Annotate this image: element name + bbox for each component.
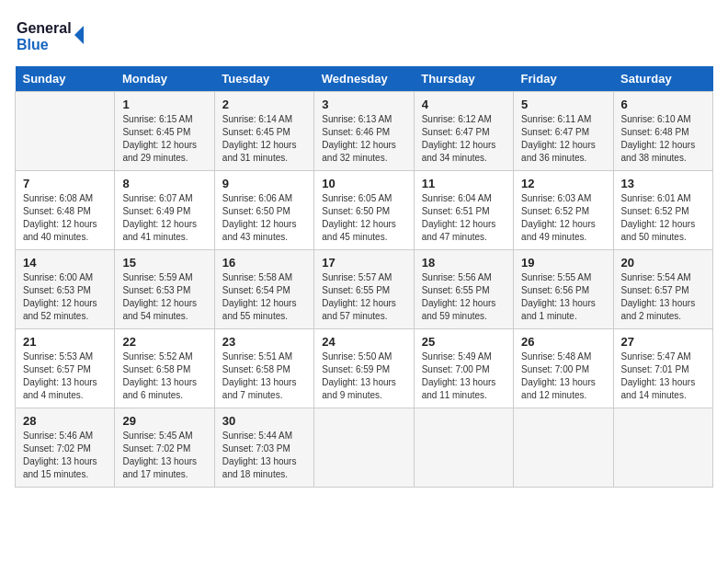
cell-2-7: 13Sunrise: 6:01 AM Sunset: 6:52 PM Dayli… bbox=[613, 171, 712, 250]
day-info: Sunrise: 6:04 AM Sunset: 6:51 PM Dayligh… bbox=[422, 192, 506, 244]
col-header-wednesday: Wednesday bbox=[314, 66, 414, 92]
cell-3-6: 19Sunrise: 5:55 AM Sunset: 6:56 PM Dayli… bbox=[514, 250, 613, 329]
cell-1-1 bbox=[16, 92, 115, 171]
cell-2-6: 12Sunrise: 6:03 AM Sunset: 6:52 PM Dayli… bbox=[514, 171, 613, 250]
day-number: 11 bbox=[422, 177, 506, 190]
cell-5-7 bbox=[613, 408, 712, 488]
svg-marker-2 bbox=[74, 26, 84, 44]
col-header-sunday: Sunday bbox=[16, 66, 115, 92]
day-info: Sunrise: 5:44 AM Sunset: 7:03 PM Dayligh… bbox=[222, 430, 306, 481]
day-number: 12 bbox=[521, 177, 605, 190]
day-info: Sunrise: 5:54 AM Sunset: 6:57 PM Dayligh… bbox=[621, 271, 705, 323]
day-info: Sunrise: 6:00 AM Sunset: 6:53 PM Dayligh… bbox=[23, 271, 107, 323]
day-info: Sunrise: 6:10 AM Sunset: 6:48 PM Dayligh… bbox=[621, 113, 705, 165]
day-number: 19 bbox=[521, 256, 605, 270]
cell-3-5: 18Sunrise: 5:56 AM Sunset: 6:55 PM Dayli… bbox=[414, 250, 513, 329]
week-row-4: 21Sunrise: 5:53 AM Sunset: 6:57 PM Dayli… bbox=[16, 329, 713, 408]
day-number: 26 bbox=[521, 335, 605, 349]
day-number: 2 bbox=[222, 98, 306, 111]
day-number: 20 bbox=[621, 256, 705, 270]
cell-4-5: 25Sunrise: 5:49 AM Sunset: 7:00 PM Dayli… bbox=[414, 329, 513, 408]
day-number: 30 bbox=[222, 414, 306, 428]
day-number: 25 bbox=[422, 335, 506, 349]
logo-svg: GeneralBlue bbox=[15, 15, 97, 55]
day-info: Sunrise: 6:14 AM Sunset: 6:45 PM Dayligh… bbox=[222, 113, 306, 165]
cell-4-3: 23Sunrise: 5:51 AM Sunset: 6:58 PM Dayli… bbox=[214, 329, 313, 408]
svg-text:Blue: Blue bbox=[17, 37, 49, 52]
day-number: 23 bbox=[222, 335, 306, 349]
header: GeneralBlue bbox=[15, 15, 713, 55]
week-row-2: 7Sunrise: 6:08 AM Sunset: 6:48 PM Daylig… bbox=[16, 171, 713, 250]
day-info: Sunrise: 5:50 AM Sunset: 6:59 PM Dayligh… bbox=[322, 350, 405, 402]
cell-3-3: 16Sunrise: 5:58 AM Sunset: 6:54 PM Dayli… bbox=[214, 250, 313, 329]
day-info: Sunrise: 5:52 AM Sunset: 6:58 PM Dayligh… bbox=[122, 350, 206, 402]
cell-4-4: 24Sunrise: 5:50 AM Sunset: 6:59 PM Dayli… bbox=[314, 329, 414, 408]
cell-5-6 bbox=[514, 408, 613, 488]
day-info: Sunrise: 6:11 AM Sunset: 6:47 PM Dayligh… bbox=[521, 113, 605, 165]
day-number: 1 bbox=[122, 98, 206, 111]
day-info: Sunrise: 5:53 AM Sunset: 6:57 PM Dayligh… bbox=[23, 350, 107, 402]
day-number: 4 bbox=[422, 98, 506, 111]
day-number: 21 bbox=[23, 335, 107, 349]
day-number: 13 bbox=[621, 177, 705, 190]
day-number: 28 bbox=[23, 414, 107, 428]
day-info: Sunrise: 6:01 AM Sunset: 6:52 PM Dayligh… bbox=[621, 192, 705, 244]
day-number: 29 bbox=[122, 414, 206, 428]
cell-5-5 bbox=[414, 408, 513, 488]
day-info: Sunrise: 6:06 AM Sunset: 6:50 PM Dayligh… bbox=[222, 192, 306, 244]
day-info: Sunrise: 5:56 AM Sunset: 6:55 PM Dayligh… bbox=[422, 271, 506, 323]
day-info: Sunrise: 5:48 AM Sunset: 7:00 PM Dayligh… bbox=[521, 350, 605, 402]
week-row-1: 1Sunrise: 6:15 AM Sunset: 6:45 PM Daylig… bbox=[16, 92, 713, 171]
day-info: Sunrise: 5:57 AM Sunset: 6:55 PM Dayligh… bbox=[322, 271, 405, 323]
cell-2-2: 8Sunrise: 6:07 AM Sunset: 6:49 PM Daylig… bbox=[115, 171, 214, 250]
col-header-friday: Friday bbox=[514, 66, 613, 92]
cell-4-7: 27Sunrise: 5:47 AM Sunset: 7:01 PM Dayli… bbox=[613, 329, 712, 408]
day-number: 8 bbox=[122, 177, 206, 190]
svg-text:General: General bbox=[17, 20, 72, 36]
week-row-5: 28Sunrise: 5:46 AM Sunset: 7:02 PM Dayli… bbox=[16, 408, 713, 488]
day-info: Sunrise: 6:03 AM Sunset: 6:52 PM Dayligh… bbox=[521, 192, 605, 244]
cell-5-1: 28Sunrise: 5:46 AM Sunset: 7:02 PM Dayli… bbox=[16, 408, 115, 488]
day-info: Sunrise: 5:55 AM Sunset: 6:56 PM Dayligh… bbox=[521, 271, 605, 323]
cell-3-4: 17Sunrise: 5:57 AM Sunset: 6:55 PM Dayli… bbox=[314, 250, 414, 329]
cell-3-2: 15Sunrise: 5:59 AM Sunset: 6:53 PM Dayli… bbox=[115, 250, 214, 329]
logo: GeneralBlue bbox=[15, 15, 97, 55]
header-row: SundayMondayTuesdayWednesdayThursdayFrid… bbox=[16, 66, 713, 92]
day-info: Sunrise: 6:12 AM Sunset: 6:47 PM Dayligh… bbox=[422, 113, 506, 165]
day-number: 6 bbox=[621, 98, 705, 111]
cell-4-1: 21Sunrise: 5:53 AM Sunset: 6:57 PM Dayli… bbox=[16, 329, 115, 408]
day-number: 22 bbox=[122, 335, 206, 349]
day-number: 3 bbox=[322, 98, 405, 111]
day-number: 18 bbox=[422, 256, 506, 270]
cell-5-3: 30Sunrise: 5:44 AM Sunset: 7:03 PM Dayli… bbox=[214, 408, 313, 488]
cell-1-5: 4Sunrise: 6:12 AM Sunset: 6:47 PM Daylig… bbox=[414, 92, 513, 171]
cell-4-2: 22Sunrise: 5:52 AM Sunset: 6:58 PM Dayli… bbox=[115, 329, 214, 408]
day-number: 16 bbox=[222, 256, 306, 270]
cell-1-3: 2Sunrise: 6:14 AM Sunset: 6:45 PM Daylig… bbox=[214, 92, 313, 171]
day-number: 17 bbox=[322, 256, 405, 270]
col-header-tuesday: Tuesday bbox=[214, 66, 313, 92]
day-info: Sunrise: 5:49 AM Sunset: 7:00 PM Dayligh… bbox=[422, 350, 506, 402]
day-number: 15 bbox=[122, 256, 206, 270]
day-number: 14 bbox=[23, 256, 107, 270]
day-number: 9 bbox=[222, 177, 306, 190]
day-number: 5 bbox=[521, 98, 605, 111]
cell-4-6: 26Sunrise: 5:48 AM Sunset: 7:00 PM Dayli… bbox=[514, 329, 613, 408]
cell-5-4 bbox=[314, 408, 414, 488]
cell-2-4: 10Sunrise: 6:05 AM Sunset: 6:50 PM Dayli… bbox=[314, 171, 414, 250]
day-info: Sunrise: 5:47 AM Sunset: 7:01 PM Dayligh… bbox=[621, 350, 705, 402]
day-number: 10 bbox=[322, 177, 405, 190]
day-info: Sunrise: 5:58 AM Sunset: 6:54 PM Dayligh… bbox=[222, 271, 306, 323]
cell-5-2: 29Sunrise: 5:45 AM Sunset: 7:02 PM Dayli… bbox=[115, 408, 214, 488]
day-info: Sunrise: 6:15 AM Sunset: 6:45 PM Dayligh… bbox=[122, 113, 206, 165]
day-info: Sunrise: 5:51 AM Sunset: 6:58 PM Dayligh… bbox=[222, 350, 306, 402]
calendar-table: SundayMondayTuesdayWednesdayThursdayFrid… bbox=[15, 66, 713, 488]
cell-2-5: 11Sunrise: 6:04 AM Sunset: 6:51 PM Dayli… bbox=[414, 171, 513, 250]
cell-1-2: 1Sunrise: 6:15 AM Sunset: 6:45 PM Daylig… bbox=[115, 92, 214, 171]
day-info: Sunrise: 5:45 AM Sunset: 7:02 PM Dayligh… bbox=[122, 430, 206, 481]
day-info: Sunrise: 6:07 AM Sunset: 6:49 PM Dayligh… bbox=[122, 192, 206, 244]
day-info: Sunrise: 6:13 AM Sunset: 6:46 PM Dayligh… bbox=[322, 113, 405, 165]
cell-3-7: 20Sunrise: 5:54 AM Sunset: 6:57 PM Dayli… bbox=[613, 250, 712, 329]
day-number: 7 bbox=[23, 177, 107, 190]
col-header-saturday: Saturday bbox=[613, 66, 712, 92]
